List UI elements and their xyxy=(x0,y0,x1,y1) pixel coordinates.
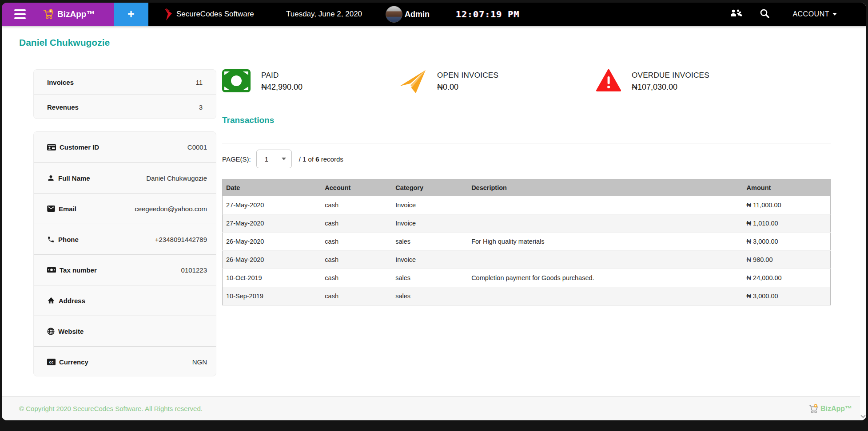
brand-block: ★ BizApp™ xyxy=(2,3,114,26)
pagination: PAGE(S): 1 / 1 of 6 records xyxy=(222,150,343,168)
id-card-icon xyxy=(47,143,56,151)
copyright-text: © Copyright 2020 SecureCodes Software. A… xyxy=(19,405,203,412)
stat-overdue-invoices: OVERDUE INVOICES ₦107,030.00 xyxy=(596,69,709,92)
user-block[interactable]: Admin xyxy=(386,3,430,26)
address-label: Address xyxy=(59,297,85,304)
brand-logo[interactable]: ★ BizApp™ xyxy=(43,9,95,20)
col-amount: Amount xyxy=(743,179,831,196)
page-select[interactable]: 1 xyxy=(256,150,292,168)
footer-brand-logo: ★ BizApp™ xyxy=(808,404,852,414)
email-label: Email xyxy=(59,205,76,213)
account-label: ACCOUNT xyxy=(792,10,829,18)
page-title: Daniel Chukwugozie xyxy=(19,37,110,48)
stat-paid: PAID ₦42,990.00 xyxy=(222,69,303,92)
users-icon[interactable] xyxy=(729,8,743,20)
row-address: Address xyxy=(34,285,216,316)
chevron-down-icon xyxy=(832,13,837,16)
row-email: Email ceegeedon@yahoo.com xyxy=(34,193,216,224)
brand-label: BizApp™ xyxy=(57,9,95,19)
search-icon[interactable] xyxy=(760,8,769,20)
nav-date: Tuesday, June 2, 2020 xyxy=(286,3,362,26)
invoices-label: Invoices xyxy=(47,79,74,86)
company-name: SecureCodes Software xyxy=(176,10,254,19)
app-window: ★ BizApp™ + SecureCodes Software Tuesday… xyxy=(2,3,866,420)
full-name-label: Full Name xyxy=(58,174,90,182)
securecodes-logo-icon xyxy=(164,8,172,21)
svg-text:★: ★ xyxy=(50,9,52,12)
paper-plane-icon xyxy=(399,69,426,94)
table-header-row: Date Account Category Description Amount xyxy=(223,179,831,196)
transactions-title: Transactions xyxy=(222,115,274,125)
phone-value: +2348091442789 xyxy=(155,236,207,243)
table-row: 27-May-2020cashInvoice₦ 11,000.00 xyxy=(223,196,831,214)
company-block: SecureCodes Software xyxy=(164,3,254,26)
tax-number-label: Tax number xyxy=(60,266,97,274)
avatar xyxy=(386,6,402,23)
row-tax-number: Tax number 0101223 xyxy=(34,254,216,285)
open-invoices-amount: ₦0.00 xyxy=(437,83,498,92)
add-button[interactable]: + xyxy=(114,3,148,26)
menu-icon[interactable] xyxy=(14,9,26,19)
col-date: Date xyxy=(223,179,322,196)
row-full-name: Full Name Daniel Chukwugozie xyxy=(34,162,216,193)
warning-triangle-icon xyxy=(596,69,621,92)
envelope-icon xyxy=(47,206,55,212)
cart-icon: ★ xyxy=(808,404,819,414)
pages-label: PAGE(S): xyxy=(222,155,251,163)
paid-label: PAID xyxy=(261,71,303,80)
email-value: ceegeedon@yahoo.com xyxy=(135,205,207,213)
revenues-label: Revenues xyxy=(47,103,79,111)
overdue-invoices-label: OVERDUE INVOICES xyxy=(632,71,709,80)
divider xyxy=(222,143,831,143)
page-select-value: 1 xyxy=(265,155,268,163)
open-invoices-label: OPEN INVOICES xyxy=(437,71,498,80)
table-row: 26-May-2020cashsalesFor High quality mat… xyxy=(223,233,831,251)
row-website: Website xyxy=(34,316,216,346)
digital-clock: 12:07:19 PM xyxy=(456,3,519,26)
customer-id-value: C0001 xyxy=(187,143,207,151)
paid-amount: ₦42,990.00 xyxy=(261,83,303,92)
phone-icon xyxy=(47,236,55,243)
col-account: Account xyxy=(321,179,392,196)
currency-value: NGN xyxy=(192,358,207,366)
table-row: 26-May-2020cashInvoice₦ 980.00 xyxy=(223,251,831,269)
svg-text:cc: cc xyxy=(49,360,53,364)
scrollbar-track[interactable] xyxy=(860,26,866,420)
home-icon xyxy=(47,297,55,304)
customer-details-card: Customer ID C0001 Full Name Daniel Chukw… xyxy=(33,131,216,376)
transactions-table: Date Account Category Description Amount… xyxy=(222,179,831,305)
website-label: Website xyxy=(58,328,84,335)
currency-label: Currency xyxy=(59,358,88,366)
svg-text:★: ★ xyxy=(814,404,816,407)
cart-icon: ★ xyxy=(43,9,54,20)
records-count: 6 xyxy=(315,155,319,163)
footer: © Copyright 2020 SecureCodes Software. A… xyxy=(2,396,860,420)
table-row: 10-Sep-2019cashsales₦ 3,000.00 xyxy=(223,287,831,305)
navbar: ★ BizApp™ + SecureCodes Software Tuesday… xyxy=(2,3,866,26)
summary-row-invoices[interactable]: Invoices 11 xyxy=(34,70,216,95)
footer-brand-label: BizApp™ xyxy=(820,405,852,413)
globe-icon xyxy=(47,328,55,335)
user-icon xyxy=(47,174,55,182)
account-menu[interactable]: ACCOUNT xyxy=(792,3,837,26)
col-category: Category xyxy=(392,179,468,196)
summary-card: Invoices 11 Revenues 3 xyxy=(33,69,216,119)
chevron-down-icon xyxy=(282,158,286,160)
money-bill-icon xyxy=(47,267,56,273)
col-description: Description xyxy=(468,179,743,196)
full-name-value: Daniel Chukwugozie xyxy=(146,174,207,182)
summary-row-revenues[interactable]: Revenues 3 xyxy=(34,95,216,119)
customer-id-label: Customer ID xyxy=(60,143,99,151)
row-currency: cc Currency NGN xyxy=(34,346,216,377)
user-name: Admin xyxy=(405,10,430,19)
stat-open-invoices: OPEN INVOICES ₦0.00 xyxy=(399,69,498,94)
phone-label: Phone xyxy=(58,236,79,243)
revenues-count: 3 xyxy=(199,103,203,111)
closed-captioning-icon: cc xyxy=(47,359,56,365)
tax-number-value: 0101223 xyxy=(181,266,207,274)
scroll-down-icon[interactable] xyxy=(860,412,866,420)
money-bill-icon xyxy=(222,69,251,92)
row-customer-id: Customer ID C0001 xyxy=(34,132,216,162)
table-row: 10-Oct-2019cashsalesCompletion payment f… xyxy=(223,269,831,287)
row-phone: Phone +2348091442789 xyxy=(34,224,216,254)
